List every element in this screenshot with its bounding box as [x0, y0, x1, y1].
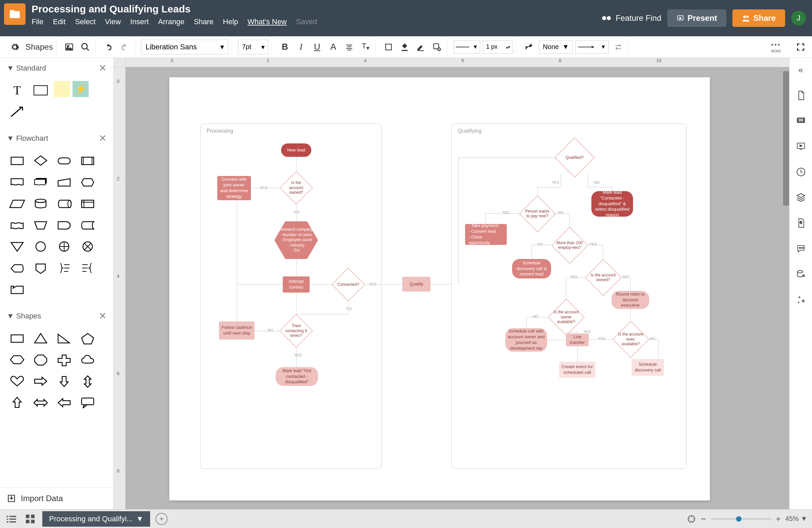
menu-whatsnew[interactable]: What's New: [247, 17, 287, 26]
undo-icon[interactable]: [102, 40, 115, 54]
section-shapes[interactable]: ▼ Shapes ✕: [0, 306, 113, 326]
node-pay-now[interactable]: Person wants to pay now?: [519, 195, 556, 232]
swap-ends-icon[interactable]: [611, 40, 625, 54]
sh-right-triangle[interactable]: [54, 329, 75, 348]
data-link-icon[interactable]: [794, 267, 808, 282]
node-connect-owner[interactable]: Connect with joint owner and determine s…: [217, 176, 251, 200]
line-style-select[interactable]: ▼: [453, 40, 480, 54]
avatar[interactable]: J: [791, 11, 806, 26]
fc-connector[interactable]: [30, 237, 51, 256]
underline-icon[interactable]: U: [310, 40, 324, 54]
search-icon[interactable]: [78, 40, 92, 54]
canvas[interactable]: 0 2 4 6 8 10 0 2 4 6 8 Processing New le…: [114, 58, 789, 509]
border-color-icon[interactable]: [414, 40, 427, 54]
bold-icon[interactable]: B: [278, 40, 291, 54]
zoom-level[interactable]: 45% ▼: [785, 515, 807, 523]
sh-arrow-left[interactable]: [54, 393, 75, 412]
node-not-contacted[interactable]: Mark lead "Not contacted - disqualified": [276, 367, 318, 386]
fc-card[interactable]: [7, 280, 28, 299]
fc-display[interactable]: [7, 259, 28, 277]
fc-offpage[interactable]: [30, 259, 51, 277]
sh-heart[interactable]: [7, 372, 28, 391]
fc-process[interactable]: [7, 151, 28, 170]
scrollbar[interactable]: [783, 71, 789, 205]
fc-summing[interactable]: [77, 237, 98, 256]
import-data-button[interactable]: Import Data: [0, 487, 113, 509]
node-schedule-call-owner[interactable]: Schedule call with account owner and you…: [505, 328, 547, 352]
node-account-owned[interactable]: Is the account owned?: [279, 171, 313, 204]
fc-brace-left[interactable]: [77, 259, 98, 277]
node-round-robin[interactable]: Round robin to account executive: [611, 291, 649, 309]
page[interactable]: Processing New lead Is the account owned…: [169, 77, 710, 500]
node-live-transfer[interactable]: Live transfer: [566, 333, 589, 346]
fc-or[interactable]: [54, 237, 75, 256]
sh-arrow-right[interactable]: [30, 372, 51, 391]
line-end-left-select[interactable]: None▼: [539, 40, 572, 54]
sh-cross[interactable]: [54, 350, 75, 369]
collapse-icon[interactable]: «: [794, 62, 808, 77]
fc-terminator[interactable]: [54, 151, 75, 170]
node-account-owned2[interactable]: Is the account owned?: [585, 259, 622, 296]
align-icon[interactable]: [343, 40, 356, 54]
sticky-shape[interactable]: [54, 81, 70, 97]
menu-arrange[interactable]: Arrange: [158, 17, 184, 26]
line-end-right-select[interactable]: ▼: [575, 40, 609, 54]
menu-edit[interactable]: Edit: [53, 17, 66, 26]
zoom-slider[interactable]: [711, 518, 771, 519]
node-take-payment[interactable]: - Take payment - Convert lead - Close op…: [465, 224, 507, 245]
page-tab[interactable]: Processing and Qualifyi... ▼: [42, 511, 150, 527]
rect-shape[interactable]: [30, 81, 51, 100]
sh-octagon[interactable]: [30, 350, 51, 369]
share-button[interactable]: Share: [733, 10, 785, 27]
italic-icon[interactable]: I: [294, 40, 308, 54]
node-tried9[interactable]: Tried contacting 9 times?: [279, 314, 313, 348]
sh-cloud[interactable]: [77, 350, 98, 369]
menu-view[interactable]: View: [105, 17, 121, 26]
node-connected[interactable]: Connected?: [331, 268, 365, 301]
node-follow-cadence[interactable]: Follow cadence until next step: [219, 322, 255, 340]
fc-preparation[interactable]: [77, 173, 98, 191]
fill-shape-icon[interactable]: [382, 40, 395, 54]
node-mark-dq[interactable]: Mark lead "Contacted - disqualified" & s…: [591, 191, 633, 217]
fc-data[interactable]: [7, 194, 28, 213]
close-icon[interactable]: ✕: [99, 62, 106, 74]
menu-file[interactable]: File: [32, 17, 43, 26]
sh-rect[interactable]: [7, 329, 28, 348]
grid-view-icon[interactable]: [24, 512, 37, 526]
comment-icon[interactable]: 99: [794, 114, 808, 128]
node-exec-avail[interactable]: Is the account exec available?: [612, 321, 649, 358]
menu-share[interactable]: Share: [194, 17, 214, 26]
node-qualify[interactable]: Qualify: [402, 277, 431, 291]
sh-hexagon[interactable]: [7, 350, 28, 369]
fc-database[interactable]: [30, 194, 51, 213]
history-icon[interactable]: [794, 165, 808, 180]
section-flowchart[interactable]: ▼ Flowchart ✕: [0, 128, 113, 148]
image-icon[interactable]: [62, 40, 76, 54]
close-icon[interactable]: ✕: [99, 133, 106, 144]
chat-icon[interactable]: [794, 241, 808, 256]
font-select[interactable]: Liberation Sans▾: [141, 40, 228, 54]
sh-arrow-up[interactable]: [7, 393, 28, 412]
sh-pentagon[interactable]: [77, 329, 98, 348]
page-icon[interactable]: [794, 88, 808, 103]
feature-find-button[interactable]: Feature Find: [601, 13, 661, 23]
sh-arrow-down[interactable]: [54, 372, 75, 391]
node-schedule-disc2[interactable]: Schedule discovery call: [632, 359, 664, 376]
fc-paper-tape[interactable]: [7, 216, 28, 234]
text-color-icon[interactable]: A: [327, 40, 340, 54]
text-options-icon[interactable]: T▾: [359, 40, 372, 54]
node-create-event[interactable]: Create event for scheduled call: [559, 362, 595, 378]
frame-processing[interactable]: Processing New lead Is the account owned…: [200, 124, 381, 469]
section-standard[interactable]: ▼ Standard ✕: [0, 58, 113, 78]
menu-help[interactable]: Help: [223, 17, 238, 26]
gear-icon[interactable]: [8, 40, 21, 54]
node-qualified[interactable]: Qualified?: [554, 137, 595, 178]
text-shape[interactable]: T: [7, 81, 28, 100]
sh-callout[interactable]: [77, 393, 98, 412]
ai-icon[interactable]: [794, 292, 808, 307]
node-attempt-contact[interactable]: Attempt contact: [283, 276, 310, 292]
fill-color-icon[interactable]: [398, 40, 411, 54]
present-button[interactable]: Present: [667, 10, 726, 27]
list-view-icon[interactable]: [5, 512, 18, 526]
add-page-button[interactable]: +: [156, 513, 168, 525]
